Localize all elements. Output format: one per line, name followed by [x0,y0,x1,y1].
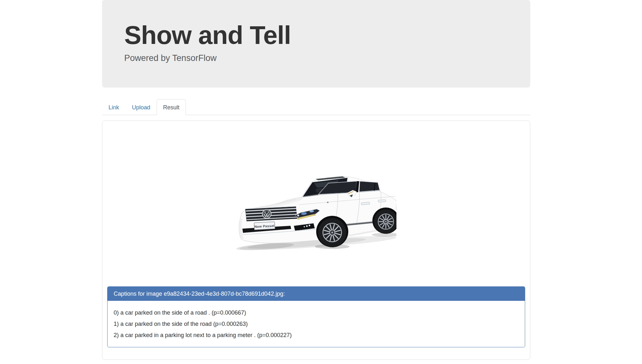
car-image: New Passat [236,172,396,252]
captions-list: 0) a car parked on the side of a road . … [108,301,525,347]
tab-result[interactable]: Result [157,99,186,115]
result-pane: New Passat [102,121,530,360]
front-wheel [316,216,348,247]
tab-link[interactable]: Link [102,99,126,115]
captions-panel-heading: Captions for image e9a82434-23ed-4e3d-80… [108,287,525,301]
vw-badge-icon [263,210,271,218]
tab-upload[interactable]: Upload [126,99,157,115]
page: Show and Tell Powered by TensorFlow Link… [0,0,642,364]
caption-line-0: 0) a car parked on the side of a road . … [114,309,519,317]
caption-line-2: 2) a car parked in a parking lot next to… [114,332,519,339]
page-title: Show and Tell [124,21,508,49]
license-plate: New Passat [254,222,275,230]
tab-bar: Link Upload Result [102,99,530,115]
captions-panel: Captions for image e9a82434-23ed-4e3d-80… [107,286,525,347]
container: Show and Tell Powered by TensorFlow Link… [102,0,530,360]
page-subtitle: Powered by TensorFlow [124,53,508,63]
jumbotron-header: Show and Tell Powered by TensorFlow [102,0,530,88]
caption-line-1: 1) a car parked on the side of the road … [114,320,519,328]
